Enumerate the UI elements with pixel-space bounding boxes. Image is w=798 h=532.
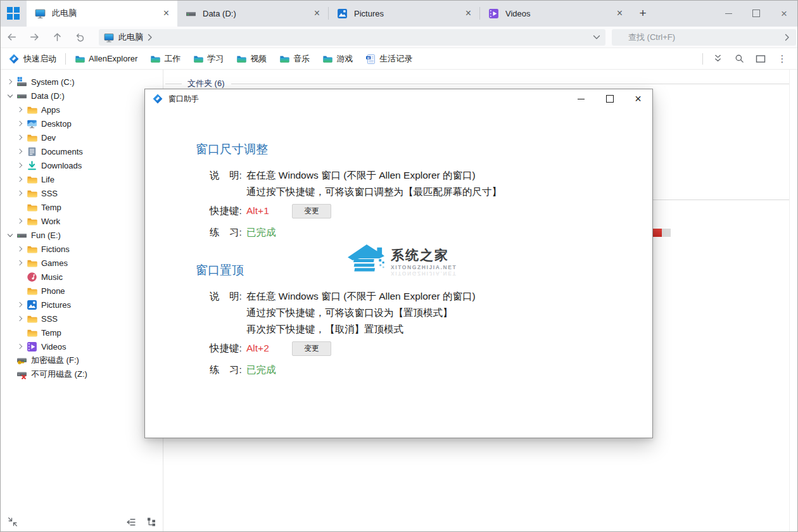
- expander-right-icon[interactable]: [5, 77, 15, 87]
- tree-item-documents[interactable]: Documents: [0, 144, 163, 158]
- watermark-reflection: XITONGZHIJIA.NET: [391, 270, 457, 277]
- search-input[interactable]: 查找 (Ctrl+F): [612, 29, 796, 46]
- tree-item-temp[interactable]: Temp: [0, 326, 163, 339]
- tree-item-desktop[interactable]: Desktop: [0, 117, 163, 130]
- collapse-panel-button[interactable]: [6, 516, 19, 528]
- more-options-button[interactable]: ⋮: [771, 50, 793, 68]
- tab-close-icon[interactable]: ×: [312, 8, 322, 18]
- tree-view-button[interactable]: [145, 516, 158, 528]
- tree-item-label: Videos: [41, 342, 66, 352]
- layout-button[interactable]: [750, 50, 771, 68]
- tab-close-icon[interactable]: ×: [464, 8, 473, 18]
- address-bar[interactable]: 此电脑: [99, 29, 605, 46]
- collapse-all-nodes-button[interactable]: [124, 516, 137, 528]
- videos-icon: [488, 8, 499, 19]
- tree-item-不可用磁盘-z[interactable]: 不可用磁盘 (Z:): [0, 367, 163, 381]
- quick-launch-item-游戏[interactable]: 游戏: [322, 53, 353, 65]
- tab-pictures[interactable]: Pictures ×: [329, 0, 479, 27]
- window-assistant-dialog: 窗口助手 × 系统之家 XITONGZHIJIA.NET XITONGZHIJI…: [144, 89, 653, 438]
- expander-right-icon[interactable]: [15, 118, 25, 129]
- dialog-titlebar[interactable]: 窗口助手 ×: [145, 89, 652, 108]
- tree-item-apps[interactable]: Apps: [0, 103, 163, 117]
- tree-item-videos[interactable]: Videos: [0, 339, 163, 353]
- tab-close-icon[interactable]: ×: [615, 8, 624, 18]
- minimize-button[interactable]: [714, 0, 742, 27]
- expander-right-icon[interactable]: [15, 104, 25, 115]
- up-button[interactable]: [46, 28, 68, 46]
- tree-item-downloads[interactable]: Downloads: [0, 158, 163, 172]
- expander-right-icon[interactable]: [15, 146, 25, 156]
- expander-spacer: [15, 327, 25, 338]
- expander-down-icon[interactable]: [5, 91, 15, 101]
- scrollbar-track[interactable]: [789, 70, 790, 532]
- tree-item-加密磁盘-f[interactable]: 加密磁盘 (F:): [0, 353, 163, 367]
- close-button[interactable]: ×: [770, 0, 798, 27]
- expander-right-icon[interactable]: [15, 174, 25, 184]
- expander-spacer: [15, 286, 25, 296]
- change-hotkey-button[interactable]: 变更: [292, 204, 331, 218]
- new-tab-button[interactable]: +: [631, 0, 655, 27]
- address-dropdown-icon[interactable]: [593, 34, 600, 40]
- folder-teal-icon: [279, 54, 289, 64]
- tree-item-pictures[interactable]: Pictures: [0, 298, 163, 312]
- tree-item-games[interactable]: Games: [0, 256, 163, 270]
- quick-launch-icon: [9, 54, 19, 64]
- quick-launch-item-工作[interactable]: 工作: [150, 53, 180, 65]
- tab-此电脑[interactable]: 此电脑 ×: [27, 0, 177, 27]
- expander-right-icon[interactable]: [15, 188, 25, 198]
- tree-item-system-c[interactable]: System (C:): [0, 75, 163, 89]
- tree-item-life[interactable]: Life: [0, 172, 163, 186]
- search-placeholder: 查找 (Ctrl+F): [628, 32, 675, 43]
- tree-item-label: Games: [41, 258, 68, 268]
- forward-button[interactable]: [23, 28, 46, 46]
- expander-right-icon[interactable]: [15, 244, 25, 254]
- change-hotkey-button[interactable]: 变更: [292, 341, 331, 356]
- expander-right-icon[interactable]: [15, 341, 25, 352]
- expander-right-icon[interactable]: [15, 160, 25, 170]
- tree-item-dev[interactable]: Dev: [0, 130, 163, 144]
- expander-right-icon[interactable]: [15, 258, 25, 268]
- back-button[interactable]: [0, 28, 23, 46]
- tree-item-sss[interactable]: SSS: [0, 186, 163, 200]
- folder-icon: [27, 244, 37, 255]
- expander-right-icon[interactable]: [15, 216, 25, 226]
- breadcrumb[interactable]: 此电脑: [118, 32, 143, 43]
- tree-item-sss[interactable]: SSS: [0, 312, 163, 326]
- dialog-minimize-button[interactable]: [567, 89, 595, 108]
- dialog-window-controls: ×: [567, 89, 652, 108]
- window-layout-icon: [756, 54, 766, 63]
- tab-videos[interactable]: Videos ×: [480, 0, 631, 27]
- quick-launch-item-学习[interactable]: 学习: [193, 53, 224, 65]
- tab-bar: 此电脑 × Data (D:) × Pictures × Videos × + …: [0, 0, 798, 27]
- tree-item-work[interactable]: Work: [0, 214, 163, 228]
- search-submit-icon[interactable]: [784, 34, 790, 41]
- tree-item-fictions[interactable]: Fictions: [0, 242, 163, 256]
- expander-right-icon[interactable]: [15, 132, 25, 142]
- app-menu-button[interactable]: [0, 0, 27, 27]
- tree-item-fun-e[interactable]: Fun (E:): [0, 228, 163, 242]
- expander-right-icon[interactable]: [15, 300, 25, 310]
- tab-close-icon[interactable]: ×: [162, 8, 171, 18]
- quick-launch-label: 快速启动: [23, 53, 56, 65]
- dialog-close-button[interactable]: ×: [624, 89, 652, 108]
- expander-down-icon[interactable]: [5, 230, 15, 240]
- quick-launch-item-音乐[interactable]: 音乐: [279, 53, 310, 65]
- search-tool-button[interactable]: [728, 50, 750, 68]
- tree-item-music[interactable]: Music: [0, 270, 163, 284]
- maximize-button[interactable]: [742, 0, 770, 27]
- quick-launch-item-生活记录[interactable]: W 生活记录: [365, 53, 412, 65]
- tree-item-data-d[interactable]: Data (D:): [0, 89, 163, 103]
- dialog-maximize-button[interactable]: [595, 89, 624, 108]
- expander-right-icon[interactable]: [15, 314, 25, 324]
- quick-launch-item-视频[interactable]: 视频: [236, 53, 267, 65]
- tree-item-phone[interactable]: Phone: [0, 284, 163, 298]
- tab-data-d[interactable]: Data (D:) ×: [177, 0, 328, 27]
- quick-launch-item-allenexplorer[interactable]: AllenExplorer: [75, 54, 137, 64]
- breadcrumb-chevron-icon[interactable]: [147, 34, 153, 41]
- hotkey-label: 快捷键:: [210, 340, 246, 357]
- tree-item-label: 不可用磁盘 (Z:): [31, 369, 87, 380]
- tree-item-temp[interactable]: Temp: [0, 200, 163, 214]
- collapse-toolbar-button[interactable]: [707, 50, 728, 68]
- folders-group-header[interactable]: 文件夹 (6): [165, 78, 790, 89]
- undo-button[interactable]: [68, 28, 91, 46]
